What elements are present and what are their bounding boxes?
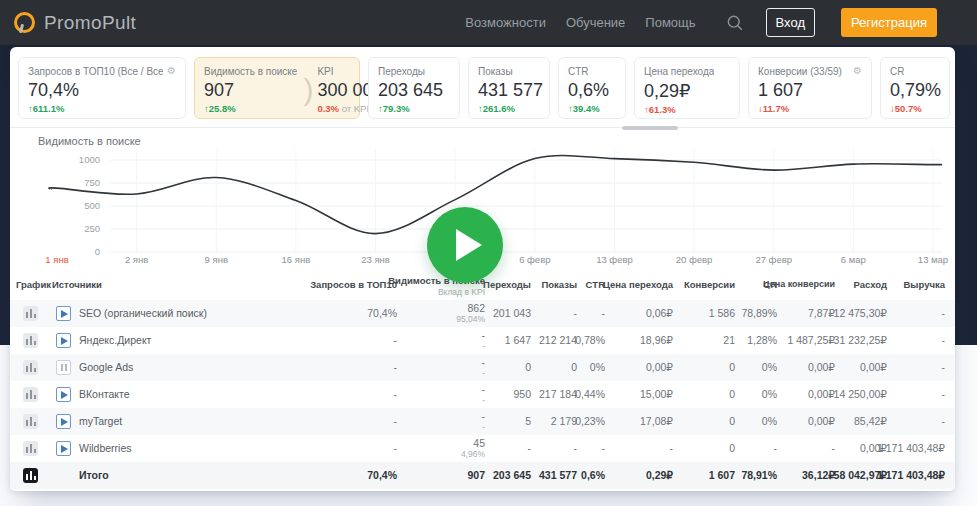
column-header: Выручка	[904, 279, 946, 290]
x-axis-tick-label: 6 февр	[495, 254, 575, 265]
kpi-card-value: 203 645	[378, 80, 450, 101]
search-icon[interactable]	[726, 14, 744, 32]
nav-item-learning[interactable]: Обучение	[566, 15, 625, 30]
cards-divider	[10, 127, 955, 128]
table-cell: -	[670, 435, 674, 462]
play-source-button[interactable]	[56, 414, 71, 429]
kpi-card-delta: ↓11.7%	[758, 103, 862, 114]
x-axis-tick-label: 23 янв	[336, 254, 416, 265]
table-cell: 0	[729, 408, 735, 435]
play-source-button[interactable]	[56, 441, 71, 456]
gear-icon[interactable]: ⚙	[853, 66, 862, 76]
table-cell: 18,96₽	[640, 327, 673, 354]
table-cell: 17,08₽	[640, 408, 673, 435]
table-cell: 0%	[590, 354, 605, 381]
kpi-card-value: 70,4%	[28, 80, 176, 101]
source-name: Итого	[79, 462, 109, 489]
table-cell: 78,91%	[741, 462, 777, 489]
chart-toggle-button[interactable]	[23, 387, 38, 402]
play-source-button[interactable]	[56, 333, 71, 348]
source-name: SEO (органический поиск)	[79, 300, 207, 327]
chart-toggle-button[interactable]	[23, 306, 38, 321]
table-cell: 70,4%	[367, 300, 397, 327]
chart-toggle-button[interactable]	[23, 333, 38, 348]
kpi-card[interactable]: Цена перехода0,29₽↑61.3%	[634, 57, 740, 119]
chart-toggle-button[interactable]	[23, 414, 38, 429]
table-cell: 78,89%	[741, 300, 777, 327]
promopult-logo[interactable]: PromoPult	[14, 12, 136, 34]
table-cell: 0,00₽	[860, 354, 887, 381]
table-cell: 85,42₽	[854, 408, 887, 435]
y-axis-tick-label: 1000	[62, 154, 100, 165]
main-nav: Возможности Обучение Помощь	[465, 15, 695, 30]
x-axis-tick-label: 13 февр	[574, 254, 654, 265]
play-icon	[61, 391, 68, 399]
table-cell: -	[574, 435, 578, 462]
kpi-card-delta: ↓50.7%	[890, 103, 940, 114]
table-cell: 2 179	[551, 408, 577, 435]
promopult-logo-icon	[14, 12, 35, 33]
x-axis-tick-label: 20 февр	[654, 254, 734, 265]
table-cell: 0	[729, 435, 735, 462]
table-cell: 0,06₽	[646, 300, 673, 327]
nav-item-help[interactable]: Помощь	[645, 15, 695, 30]
kpi-card-delta: ↑61.3%	[644, 104, 730, 115]
table-cell: 0,6%	[581, 462, 605, 489]
cards-scrollbar-thumb[interactable]	[622, 126, 678, 130]
table-cell: 12 475,30₽	[834, 300, 887, 327]
signup-button[interactable]: Регистрация	[841, 8, 937, 37]
kpi-card[interactable]: CR0,79%↓50.7%	[880, 57, 950, 119]
kpi-card[interactable]: CTR0,6%↑39.4%	[558, 57, 626, 119]
brand-name: PromoPult	[44, 12, 136, 34]
kpi-target-card[interactable]: Видимость в поиске907↑25.8%)KPI⚙300 0000…	[194, 57, 360, 119]
chart-toggle-button[interactable]	[23, 360, 38, 375]
pause-source-button[interactable]	[56, 360, 71, 375]
kpi-card-title: Конверсии (33/59)	[758, 66, 842, 77]
source-name: Google Ads	[79, 354, 133, 381]
y-axis-tick-label: 500	[62, 200, 100, 211]
source-name: Wildberries	[79, 435, 132, 462]
table-row: Итого70,4%907203 645431 5770,6%0,29₽1 60…	[10, 462, 955, 489]
kpi-card-value: 0,6%	[568, 80, 616, 101]
table-cell: 431 577	[539, 462, 577, 489]
kpi-card-delta: ↑25.8%	[204, 103, 297, 114]
site-header: PromoPult Возможности Обучение Помощь Вх…	[0, 0, 977, 45]
kpi-card[interactable]: Переходы203 645↑79.3%	[368, 57, 460, 119]
login-button[interactable]: Вход	[766, 8, 815, 37]
chart-toggle-button[interactable]	[23, 468, 38, 483]
x-axis-tick-label: 16 янв	[256, 254, 336, 265]
table-cell: -	[942, 354, 946, 381]
kpi-card[interactable]: Показы431 577↑261.6%	[468, 57, 550, 119]
table-cell: -	[602, 300, 606, 327]
x-axis-tick-label: 2 янв	[97, 254, 177, 265]
video-play-button[interactable]	[427, 207, 503, 283]
play-source-button[interactable]	[56, 306, 71, 321]
kpi-card[interactable]: Конверсии (33/59)⚙1 607↓11.7%	[748, 57, 872, 119]
table-cell: 7,87₽	[808, 300, 835, 327]
kpi-cards-row: Запросов в ТОП10 (Все / Все)⚙70,4%↑611.1…	[18, 57, 950, 119]
table-cell: 0,00₽	[808, 408, 835, 435]
table-cell: 1 171 403,48₽	[877, 435, 945, 462]
table-cell: 1 487,25₽	[787, 327, 835, 354]
play-source-button[interactable]	[56, 387, 71, 402]
table-cell: 0,00₽	[646, 354, 673, 381]
table-cell: 454,96%	[461, 438, 485, 459]
table-cell: -	[394, 435, 398, 462]
play-icon	[61, 337, 68, 345]
table-cell: -	[774, 435, 778, 462]
kpi-card-delta: ↑611.1%	[28, 103, 176, 114]
nav-item-features[interactable]: Возможности	[465, 15, 546, 30]
kpi-target-title: KPI	[317, 66, 333, 77]
table-cell: -	[942, 327, 946, 354]
table-cell: 0,23%	[575, 408, 605, 435]
table-cell: -	[394, 381, 398, 408]
kpi-card[interactable]: Запросов в ТОП10 (Все / Все)⚙70,4%↑611.1…	[18, 57, 186, 119]
table-cell: 0	[729, 354, 735, 381]
table-cell: 14 250,00₽	[834, 381, 887, 408]
table-cell: 0,29₽	[646, 462, 673, 489]
table-cell: 70,4%	[367, 462, 397, 489]
chart-toggle-button[interactable]	[23, 441, 38, 456]
kpi-card-value: 1 607	[758, 80, 862, 101]
kpi-card-title: CTR	[568, 66, 589, 77]
gear-icon[interactable]: ⚙	[167, 66, 176, 76]
